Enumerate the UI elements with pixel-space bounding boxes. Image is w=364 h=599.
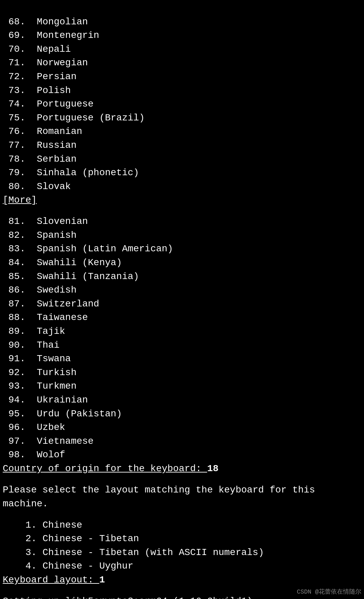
list-item-text: Slovak	[25, 181, 71, 192]
more-link[interactable]: [More]	[3, 195, 37, 205]
terminal-line: 73. Polish	[3, 84, 361, 98]
terminal-text: machine.	[3, 499, 48, 509]
list-number: 73.	[3, 85, 25, 96]
list-item-text: Norwegian	[25, 57, 88, 68]
list-number: 2.	[3, 533, 37, 544]
terminal-line: 82. Spanish	[3, 229, 361, 243]
terminal-line: Country of origin for the keyboard: 18	[3, 462, 361, 476]
list-item-text: Ukrainian	[25, 395, 88, 405]
terminal-line: 93. Turkmen	[3, 379, 361, 393]
list-number: 81.	[3, 216, 25, 227]
list-item-text: Swahili (Kenya)	[25, 257, 122, 268]
list-item-text: Romanian	[25, 126, 82, 137]
list-number: 82.	[3, 230, 25, 240]
list-item-text: Tajik	[25, 326, 65, 337]
list-number: 94.	[3, 395, 25, 405]
list-number: 79.	[3, 167, 25, 178]
terminal-line: 90. Thai	[3, 339, 361, 352]
list-number: 80.	[3, 181, 25, 192]
list-number: 88.	[3, 312, 25, 323]
terminal-line: 68. Mongolian	[3, 15, 361, 29]
list-item-text: Turkish	[25, 367, 76, 378]
terminal-line: 83. Spanish (Latin American)	[3, 242, 361, 256]
prompt-label: Country of origin for the keyboard:	[3, 463, 207, 474]
list-item-text: Turkmen	[25, 381, 76, 391]
list-item-text: Vietnamese	[25, 436, 94, 446]
terminal-line: 91. Tswana	[3, 352, 361, 366]
terminal-line: 96. Uzbek	[3, 421, 361, 435]
terminal-line: 79. Sinhala (phonetic)	[3, 166, 361, 180]
list-item-text: Swahili (Tanzania)	[25, 271, 139, 282]
list-number: 91.	[3, 353, 25, 364]
terminal-line: 86. Swedish	[3, 283, 361, 297]
list-item-text: Tswana	[25, 353, 71, 364]
list-number: 4.	[3, 561, 37, 571]
terminal-line: 88. Taiwanese	[3, 311, 361, 325]
list-number: 83.	[3, 244, 25, 254]
list-item-text: Persian	[25, 71, 76, 82]
terminal-line: 84. Swahili (Kenya)	[3, 256, 361, 270]
terminal-line: 81. Slovenian	[3, 215, 361, 229]
list-number: 69.	[3, 30, 25, 41]
list-item-text: Chinese	[37, 520, 82, 530]
terminal-line: 87. Switzerland	[3, 297, 361, 311]
terminal-line: 95. Urdu (Pakistan)	[3, 407, 361, 421]
list-item-text: Chinese - Tibetan	[37, 533, 139, 544]
terminal-line: 69. Montenegrin	[3, 29, 361, 43]
list-number: 90.	[3, 340, 25, 350]
list-number: 71.	[3, 57, 25, 68]
terminal-line: 2. Chinese - Tibetan	[3, 532, 361, 546]
list-item-text: Russian	[25, 140, 76, 151]
list-item-text: Mongolian	[25, 17, 88, 27]
terminal-line: 3. Chinese - Tibetan (with ASCII numeral…	[3, 546, 361, 560]
list-item-text: Slovenian	[25, 216, 88, 227]
prompt-value[interactable]: 1	[99, 575, 105, 585]
list-item-text: Taiwanese	[25, 312, 88, 323]
terminal-line: 1. Chinese	[3, 519, 361, 532]
list-number: 76.	[3, 126, 25, 137]
terminal-line: 72. Persian	[3, 70, 361, 84]
list-item-text: Spanish (Latin American)	[25, 244, 173, 254]
list-number: 98.	[3, 450, 25, 460]
terminal-line: 85. Swahili (Tanzania)	[3, 270, 361, 284]
prompt-label: Keyboard layout:	[3, 575, 99, 585]
list-number: 92.	[3, 367, 25, 378]
terminal-line: 94. Ukrainian	[3, 393, 361, 407]
list-number: 86.	[3, 285, 25, 295]
list-number: 97.	[3, 436, 25, 446]
list-item-text: Portuguese	[25, 99, 94, 109]
list-number: 85.	[3, 271, 25, 282]
terminal-line: Keyboard layout: 1	[3, 573, 361, 587]
list-number: 96.	[3, 422, 25, 433]
list-number: 78.	[3, 154, 25, 164]
terminal-line: 98. Wolof	[3, 448, 361, 462]
list-item-text: Serbian	[25, 154, 76, 164]
terminal-line: Please select the layout matching the ke…	[3, 483, 361, 497]
list-item-text: Sinhala (phonetic)	[25, 167, 139, 178]
terminal-line: 77. Russian	[3, 139, 361, 153]
list-item-text: Spanish	[25, 230, 76, 240]
list-item-text: Portuguese (Brazil)	[25, 113, 145, 123]
list-number: 77.	[3, 140, 25, 151]
list-item-text: Urdu (Pakistan)	[25, 409, 122, 419]
terminal-line: 97. Vietnamese	[3, 435, 361, 448]
list-number: 68.	[3, 17, 25, 27]
terminal-line	[3, 207, 361, 215]
prompt-value[interactable]: 18	[207, 463, 219, 474]
terminal-line: 71. Norwegian	[3, 56, 361, 70]
list-item-text: Wolof	[25, 450, 65, 460]
list-item-text: Polish	[25, 85, 71, 96]
terminal-line: 70. Nepali	[3, 43, 361, 56]
list-item-text: Nepali	[25, 44, 71, 54]
terminal-line: 80. Slovak	[3, 180, 361, 194]
terminal-text: Please select the layout matching the ke…	[3, 485, 315, 495]
list-item-text: Switzerland	[25, 299, 99, 309]
terminal-text: Setting up libk5crypto3:arm64 (1.16-2bui…	[3, 596, 275, 599]
terminal-line: 76. Romanian	[3, 125, 361, 139]
list-number: 74.	[3, 99, 25, 109]
list-item-text: Chinese - Tibetan (with ASCII numerals)	[37, 547, 264, 558]
terminal-line: [More]	[3, 193, 361, 207]
terminal-line: 78. Serbian	[3, 153, 361, 166]
list-number: 72.	[3, 71, 25, 82]
list-item-text: Swedish	[25, 285, 76, 295]
